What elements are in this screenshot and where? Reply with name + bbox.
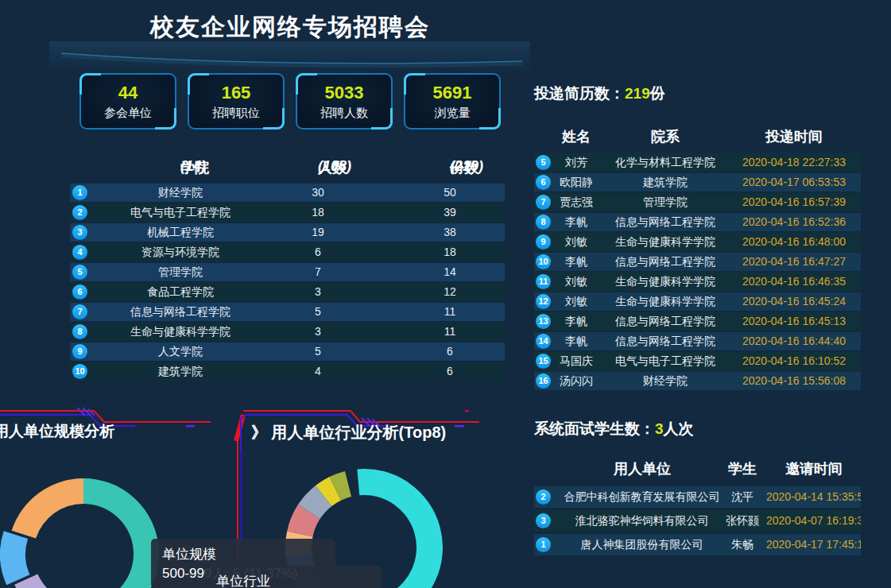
invite-time: 2020-04-17 17:45:14 [766,534,861,555]
student-column-header: 学生 [722,459,763,478]
table-row: 9刘敏生命与健康科学学院2020-04-16 16:48:00 [534,233,861,251]
resumes-count: 50 [417,184,482,202]
table-row: 1唐人神集团股份有限公司朱畅2020-04-17 17:45:14 [534,534,861,555]
rank-badge: 7 [72,304,87,319]
table-row: 7贾志强管理学院2020-04-16 16:57:39 [534,193,861,211]
submit-time: 2020-04-18 22:27:33 [734,153,854,172]
resumes-count: 39 [417,203,482,222]
college-name: 信息与网络工程学院 [610,332,721,350]
time-column-header: 投递时间 [730,127,858,146]
submit-time: 2020-04-16 16:46:35 [734,273,854,291]
rank-badge: 3 [72,225,87,240]
people-count: 3 [286,323,350,341]
submit-time: 2020-04-16 16:57:39 [734,193,854,211]
invite-time-column-header: 邀请时间 [766,459,862,478]
scale-panel-title: 用人单位规模分析 [0,421,114,442]
college-name: 资源与环境学院 [92,243,269,261]
stat-value: 5691 [405,83,499,103]
people-count: 3 [286,283,350,301]
student-name: 李帆 [547,213,606,231]
resumes-count: 38 [417,223,482,242]
submit-time: 2020-04-16 16:52:36 [734,213,854,231]
tooltip-title: 单位规模 [162,545,324,564]
people-count: 5 [286,342,350,361]
table-row: 10李帆信息与网络工程学院2020-04-16 16:47:27 [534,253,861,271]
college-name: 信息与网络工程学院 [610,213,721,231]
student-name: 李帆 [547,312,606,331]
student-name: 贾志强 [547,193,606,211]
stat-value: 44 [81,83,175,103]
stat-card-units: 44 参会单位 [79,73,176,130]
interview-table: 2合肥中科创新教育发展有限公司沈平2020-04-14 15:35:543淮北骆… [534,486,861,558]
table-row: 15马国庆电气与电子工程学院2020-04-16 16:10:52 [534,352,861,370]
submit-time: 2020-04-16 16:47:27 [734,253,854,271]
rank-badge: 1 [72,185,87,200]
company-name: 唐人神集团股份有限公司 [548,534,735,555]
table-row: 9人文学院56 [70,342,505,361]
table-row: 13李帆信息与网络工程学院2020-04-16 16:45:13 [534,312,861,331]
resumes-count: 6 [417,342,482,361]
college-name: 管理学院 [92,263,269,281]
rank-badge: 5 [72,265,87,280]
table-row: 6食品工程学院312 [70,283,505,301]
people-count: 4 [286,362,350,381]
table-row: 11刘敏生命与健康科学学院2020-04-16 16:46:35 [534,273,861,291]
invite-time: 2020-04-14 15:35:54 [766,486,861,508]
college-name: 建筑学院 [610,173,721,191]
college-name: 机械工程学院 [92,223,269,242]
rank-badge: 2 [72,205,87,220]
table-row: 8李帆信息与网络工程学院2020-04-16 16:52:36 [534,213,861,231]
college-name: 电气与电子工程学院 [610,352,721,370]
submit-time: 2020-04-16 16:10:52 [734,352,854,370]
college-name: 财经学院 [92,184,269,202]
people-count: 18 [286,203,350,222]
stat-label: 招聘人数 [297,103,391,122]
rank-badge: 6 [72,284,87,300]
stat-card-headcount: 5033 招聘人数 [296,73,393,130]
college-name: 电气与电子工程学院 [92,203,269,222]
donut-slice[interactable] [0,531,29,585]
donut-slice[interactable] [83,478,159,588]
college-name: 生命与健康科学学院 [610,273,721,291]
table-row: 16汤闪闪财经学院2020-04-16 15:56:08 [534,372,861,390]
table-row: 2电气与电子工程学院1839 [70,203,505,222]
resumes-count: 6 [417,362,482,381]
table-row: 4资源与环境学院618 [70,243,505,261]
college-name: 生命与健康科学学院 [610,233,721,251]
interview-panel-title: 系统面试学生数：3人次 [534,419,694,439]
stat-value: 165 [189,83,283,103]
table-row: 8生命与健康科学学院311 [70,323,505,341]
student-name: 沈平 [722,486,763,508]
table-row: 6欧阳静建筑学院2020-04-17 06:53:53 [534,173,861,191]
donut-slice[interactable] [12,478,83,539]
people-count: 30 [286,184,350,202]
table-row: 2合肥中科创新教育发展有限公司沈平2020-04-14 15:35:54 [534,486,861,508]
table-row: 12刘敏生命与健康科学学院2020-04-16 16:45:24 [534,292,861,311]
stat-label: 参会单位 [81,103,175,122]
submit-time: 2020-04-16 16:45:24 [734,292,854,311]
college-name: 财经学院 [610,372,721,390]
page-title: 校友企业网络专场招聘会 [48,11,533,44]
submit-time: 2020-04-16 15:56:08 [734,372,854,390]
table-row: 1财经学院3050 [70,184,505,202]
rank-badge: 4 [72,245,87,260]
stat-card-views: 5691 浏览量 [404,73,501,130]
table-row: 3机械工程学院1938 [70,223,505,242]
college-name: 建筑学院 [92,362,269,381]
college-table: 1财经学院30502电气与电子工程学院18393机械工程学院19384资源与环境… [70,184,505,382]
student-name: 李帆 [547,253,606,271]
company-column-header: 用人单位 [587,459,698,478]
interview-table-header: 用人单位 学生 邀请时间 [534,459,861,480]
student-name: 汤闪闪 [547,372,606,390]
student-name: 刘芳 [547,153,606,172]
banner-light-arc [49,41,530,73]
header-banner-decoration [49,41,530,73]
college-name: 食品工程学院 [92,283,269,301]
company-name: 淮北骆驼神华饲料有限公司 [548,510,735,532]
company-name: 合肥中科创新教育发展有限公司 [548,486,735,508]
donut-slice[interactable] [14,574,111,588]
table-row: 7信息与网络工程学院511 [70,303,505,321]
student-name: 马国庆 [547,352,606,370]
submit-time: 2020-04-16 16:44:40 [734,332,854,350]
stat-value: 5033 [297,83,391,103]
